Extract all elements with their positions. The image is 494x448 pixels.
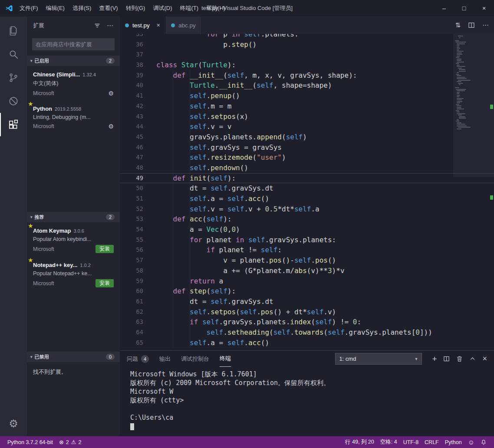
line-number: 52 (120, 204, 143, 214)
vscode-window: 文件(F)编辑(E)选择(S)查看(V)转到(G)调试(D)终端(T)帮助(H)… (0, 0, 494, 448)
minimap[interactable] (455, 36, 489, 130)
code-line[interactable]: 54 a = Vec(0,0) (120, 224, 494, 235)
install-button[interactable]: 安装 (96, 245, 114, 253)
maximize-button[interactable]: □ (454, 0, 474, 16)
maximize-panel-chevron-icon[interactable] (469, 356, 476, 362)
tab-test.py[interactable]: test.py× (120, 16, 166, 34)
extension-item[interactable]: Chinese (Simpli...1.32.4中文(简体)Microsoft⚙ (27, 66, 120, 100)
debug-icon[interactable] (0, 89, 27, 113)
source-control-icon[interactable] (0, 66, 27, 89)
split-editor-icon[interactable] (468, 22, 475, 29)
code-line[interactable]: 62 self.setpos(self.pos() + dt*self.v) (120, 307, 494, 317)
code-line[interactable]: 49 def init(self): (120, 173, 494, 184)
code-line[interactable]: 53 def acc(self): (120, 214, 494, 224)
code-line[interactable]: 43 self.setpos(x) (120, 112, 494, 122)
line-number: 48 (120, 163, 143, 173)
code-line[interactable]: 58 a += (G*planet.m/abs(v)**3)*v (120, 266, 494, 276)
code-line[interactable]: 41 self.penup() (120, 91, 494, 101)
extension-description: Linting, Debugging (m... (33, 114, 114, 120)
settings-gear-icon[interactable]: ⚙ (0, 411, 27, 436)
close-icon[interactable]: × (157, 22, 160, 29)
close-window-button[interactable]: × (474, 0, 494, 16)
extension-name: Chinese (Simpli... (33, 71, 80, 78)
code-line[interactable]: 56 if planet != self: (120, 245, 494, 255)
search-icon[interactable] (0, 43, 27, 66)
code-line[interactable]: 40 Turtle.__init__(self, shape=shape) (120, 80, 494, 91)
code-line[interactable]: 52 self.v = self.v + 0.5*dt*self.a (120, 204, 494, 214)
code-line[interactable]: 64 self.setheading(self.towards(self.gra… (120, 327, 494, 338)
code-line[interactable]: 42 self.m = m (120, 101, 494, 112)
panel-tab-问题[interactable]: 问题4 (127, 351, 149, 367)
terminal-output[interactable]: Microsoft Windows [版本 6.1.7601]版权所有 (c) … (120, 367, 494, 436)
menu-item[interactable]: 转到(G) (122, 0, 149, 16)
python-interpreter-status[interactable]: Python 3.7.2 64-bit (4, 439, 56, 445)
status-indentation[interactable]: 空格: 4 (377, 438, 400, 446)
extension-item[interactable]: ★Notepad++ key...1.0.2Popular Notepad++ … (27, 257, 120, 291)
code-line[interactable]: 46 self.gravSys = gravSys (120, 142, 494, 153)
code-line[interactable]: 55 for planet in self.gravSys.planets: (120, 235, 494, 245)
code-line[interactable]: 63 if self.gravSys.planets.index(self) !… (120, 317, 494, 327)
line-number: 60 (120, 286, 143, 296)
section-header[interactable]: ▾已启用2 (27, 56, 120, 66)
section-header[interactable]: ▾已禁用0 (27, 352, 120, 362)
code-line[interactable]: 50 dt = self.gravSys.dt (120, 183, 494, 194)
code-line[interactable]: 65 self.a = self.acc() (120, 338, 494, 348)
explorer-icon[interactable] (0, 19, 27, 43)
install-button[interactable]: 安装 (96, 279, 114, 287)
code-line[interactable]: 35 for p in self.planets: (120, 34, 494, 40)
code-line[interactable]: 48 self.pendown() (120, 163, 494, 173)
menu-item[interactable]: 文件(F) (16, 0, 42, 16)
feedback-smiley-icon[interactable]: ☺ (465, 438, 478, 446)
extensions-search-input[interactable] (32, 41, 115, 48)
menu-item[interactable]: 终端(T) (176, 0, 202, 16)
gear-icon[interactable]: ⚙ (108, 123, 114, 130)
menu-item[interactable]: 查看(V) (95, 0, 122, 16)
status-language[interactable]: Python (442, 439, 465, 445)
kill-terminal-trash-icon[interactable] (456, 356, 463, 362)
menu-item[interactable]: 帮助(H) (202, 0, 229, 16)
code-line[interactable]: 57 v = planet.pos()-self.pos() (120, 255, 494, 266)
code-line[interactable]: 51 self.a = self.acc() (120, 194, 494, 204)
code-line[interactable]: 45 gravSys.planets.append(self) (120, 132, 494, 142)
more-actions-icon[interactable]: ⋯ (107, 22, 114, 30)
code-line[interactable]: 61 dt = self.gravSys.dt (120, 296, 494, 307)
line-number: 46 (120, 142, 143, 153)
code-line[interactable]: 59 return a (120, 276, 494, 287)
extension-description: 中文(简体) (33, 80, 114, 87)
code-line[interactable]: 60 def step(self): (120, 286, 494, 296)
tab-abc.py[interactable]: abc.py (166, 16, 201, 34)
menu-item[interactable]: 选择(S) (69, 0, 95, 16)
status-encoding[interactable]: UTF-8 (400, 439, 422, 445)
gear-icon[interactable]: ⚙ (108, 90, 114, 97)
code-line[interactable]: 39 def __init__(self, m, x, v, gravSys, … (120, 70, 494, 81)
section-header[interactable]: ▾推荐2 (27, 212, 120, 222)
close-panel-icon[interactable]: × (482, 354, 487, 363)
extensions-sections: ▾已启用2Chinese (Simpli...1.32.4中文(简体)Micro… (27, 56, 120, 436)
status-cursor-position[interactable]: 行 49, 列 20 (342, 438, 377, 446)
code-line[interactable]: 37 (120, 49, 494, 60)
code-line[interactable]: 36 p.step() (120, 40, 494, 50)
more-actions-icon[interactable]: ⋯ (482, 21, 489, 29)
extension-item[interactable]: ★Python2019.2.5558Linting, Debugging (m.… (27, 100, 120, 135)
problems-status[interactable]: ⊗ 2 ⚠ 2 (56, 439, 84, 445)
extension-item[interactable]: ★Atom Keymap3.0.6Popular Atom keybindi..… (27, 222, 120, 257)
menu-item[interactable]: 编辑(E) (42, 0, 69, 16)
panel-tab-调试控制台[interactable]: 调试控制台 (181, 351, 209, 367)
terminal-select[interactable]: 1: cmd ▼ (335, 353, 422, 365)
filter-icon[interactable] (94, 22, 101, 29)
code-line[interactable]: 44 self.v = v (120, 122, 494, 132)
new-terminal-icon[interactable]: + (432, 354, 437, 364)
panel-tab-输出[interactable]: 输出 (159, 351, 171, 367)
panel-tab-终端[interactable]: 终端 (220, 351, 231, 367)
status-eol[interactable]: CRLF (422, 439, 442, 445)
minimize-button[interactable]: – (434, 0, 454, 16)
notifications-bell-icon[interactable] (478, 439, 490, 445)
code-line[interactable]: 47 self.resizemode("user") (120, 152, 494, 163)
sync-icon[interactable]: ⇅ (455, 21, 461, 29)
code-editor[interactable]: 35 for p in self.planets:36 p.step()3738… (120, 34, 494, 350)
menu-item[interactable]: 调试(D) (149, 0, 176, 16)
split-terminal-icon[interactable] (443, 356, 450, 362)
code-line[interactable]: 38class Star(Turtle): (120, 60, 494, 70)
extensions-icon[interactable] (0, 113, 27, 136)
terminal-select-value: 1: cmd (339, 356, 356, 362)
